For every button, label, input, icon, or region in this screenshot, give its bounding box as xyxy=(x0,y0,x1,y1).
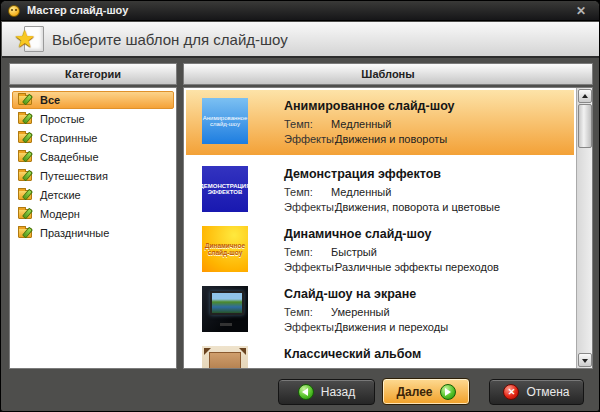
effects-value: Движения и переходы xyxy=(335,321,448,333)
next-button-label: Далее xyxy=(396,385,432,399)
template-row-onscreen[interactable]: Слайд-шоу на экране Темп: Умеренный Эффе… xyxy=(186,278,574,338)
cancel-x-icon: ✕ xyxy=(503,384,519,400)
template-row-classic-album[interactable]: Классический альбом Темп: Медленный xyxy=(186,338,574,369)
category-label: Старинные xyxy=(40,132,97,144)
template-title: Динамичное слайд-шоу xyxy=(284,227,431,241)
folder-icon xyxy=(18,190,32,200)
effects-value: Движения и повороты xyxy=(335,133,447,145)
cancel-button[interactable]: ✕ Отмена xyxy=(489,379,584,405)
folder-icon xyxy=(18,228,32,238)
tempo-value: Умеренный xyxy=(331,306,390,318)
close-icon[interactable]: ✕ xyxy=(573,3,589,19)
template-row-animated[interactable]: Анимированное слайд-шоу Анимированное сл… xyxy=(186,90,574,155)
templates-scrollbar[interactable] xyxy=(576,88,592,368)
back-arrow-icon xyxy=(298,384,314,400)
template-title: Классический альбом xyxy=(284,347,421,361)
category-label: Простые xyxy=(40,113,85,125)
next-button[interactable]: Далее xyxy=(382,378,470,405)
tempo-value: Быстрый xyxy=(331,246,377,258)
category-label: Свадебные xyxy=(40,151,99,163)
effects-label: Эффекты: xyxy=(284,133,332,145)
tempo-label: Темп: xyxy=(284,366,328,369)
category-item-vintage[interactable]: Старинные xyxy=(12,129,174,147)
folder-icon xyxy=(18,152,32,162)
categories-panel: Все Простые Старинные Свадебные Путешест… xyxy=(9,87,177,369)
tempo-label: Темп: xyxy=(284,118,328,130)
scroll-down-icon[interactable] xyxy=(578,353,592,367)
category-item-modern[interactable]: Модерн xyxy=(12,205,174,223)
effects-label: Эффекты: xyxy=(284,261,332,273)
folder-icon xyxy=(18,171,32,181)
folder-icon xyxy=(18,209,32,219)
templates-list: Анимированное слайд-шоу Анимированное сл… xyxy=(184,88,576,369)
effects-value: Различные эффекты переходов xyxy=(335,261,499,273)
tempo-value: Медленный xyxy=(331,118,391,130)
category-item-all[interactable]: Все xyxy=(12,91,174,109)
category-item-wedding[interactable]: Свадебные xyxy=(12,148,174,166)
templates-panel: Анимированное слайд-шоу Анимированное сл… xyxy=(183,87,593,369)
categories-header: Категории xyxy=(9,63,177,85)
tempo-label: Темп: xyxy=(284,306,328,318)
folder-icon xyxy=(18,114,32,124)
template-title: Слайд-шоу на экране xyxy=(284,287,416,301)
next-arrow-icon xyxy=(440,384,456,400)
folder-icon xyxy=(18,95,32,105)
app-smiley-icon xyxy=(8,5,20,17)
title-bar: Мастер слайд-шоу ✕ xyxy=(1,1,599,21)
category-label: Праздничные xyxy=(40,227,109,239)
star-document-icon: ★ xyxy=(16,25,44,55)
template-thumbnail: Анимированное слайд-шоу xyxy=(202,98,248,144)
template-thumbnail xyxy=(202,286,248,332)
template-row-dynamic[interactable]: Динамичное слайд-шоу Динамичное слайд-шо… xyxy=(186,218,574,278)
template-thumbnail: ДЕМОНСТРАЦИЯ ЭФФЕКТОВ xyxy=(202,166,248,212)
tempo-value: Медленный xyxy=(331,186,391,198)
category-label: Детские xyxy=(40,189,81,201)
wizard-window: Мастер слайд-шоу ✕ ★ Выберите шаблон для… xyxy=(0,0,600,412)
back-button[interactable]: Назад xyxy=(278,379,375,405)
cancel-button-label: Отмена xyxy=(526,385,569,399)
scrollbar-thumb[interactable] xyxy=(578,104,592,148)
tempo-label: Темп: xyxy=(284,246,328,258)
window-title: Мастер слайд-шоу xyxy=(27,4,128,16)
template-thumbnail: Динамичное слайд-шоу xyxy=(202,226,248,272)
wizard-header: ★ Выберите шаблон для слайд-шоу xyxy=(2,22,600,58)
template-title: Демонстрация эффектов xyxy=(284,167,441,181)
tempo-value: Медленный xyxy=(331,366,391,369)
category-label: Модерн xyxy=(40,208,80,220)
category-label: Путешествия xyxy=(40,170,108,182)
category-item-holiday[interactable]: Праздничные xyxy=(12,224,174,242)
effects-label: Эффекты: xyxy=(284,321,332,333)
folder-icon xyxy=(18,133,32,143)
scroll-up-icon[interactable] xyxy=(578,89,592,103)
tempo-label: Темп: xyxy=(284,186,328,198)
template-title: Анимированное слайд-шоу xyxy=(284,99,455,113)
back-button-label: Назад xyxy=(321,385,355,399)
category-item-kids[interactable]: Детские xyxy=(12,186,174,204)
effects-label: Эффекты: xyxy=(284,201,332,213)
category-label: Все xyxy=(40,94,60,106)
template-row-effects-demo[interactable]: ДЕМОНСТРАЦИЯ ЭФФЕКТОВ Демонстрация эффек… xyxy=(186,158,574,218)
category-item-simple[interactable]: Простые xyxy=(12,110,174,128)
effects-value: Движения, поворота и цветовые xyxy=(335,201,500,213)
templates-header: Шаблоны xyxy=(183,63,593,85)
category-item-travel[interactable]: Путешествия xyxy=(12,167,174,185)
template-thumbnail xyxy=(202,346,248,369)
page-title: Выберите шаблон для слайд-шоу xyxy=(52,22,288,58)
